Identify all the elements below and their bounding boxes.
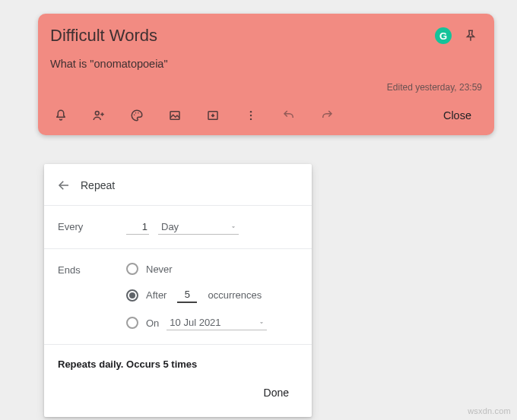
repeat-popup: Repeat Every Day Ends Never After occurr… (44, 164, 312, 417)
popup-title: Repeat (81, 179, 115, 191)
watermark: wsxdn.com (468, 406, 511, 415)
ends-never-option[interactable]: Never (126, 263, 298, 275)
pin-icon (464, 29, 477, 43)
svg-point-0 (95, 112, 99, 115)
ends-on-option[interactable]: On 10 Jul 2021 (126, 315, 298, 330)
note-title[interactable]: Difficult Words (50, 26, 435, 46)
collaborator-button[interactable] (84, 102, 114, 129)
radio-icon (126, 317, 138, 329)
svg-point-8 (250, 118, 252, 120)
every-row: Every Day (44, 206, 312, 249)
ends-on-date-select[interactable]: 10 Jul 2021 (167, 315, 267, 330)
done-button[interactable]: Done (253, 381, 300, 405)
ends-after-option[interactable]: After occurrences (126, 287, 298, 303)
every-value-input[interactable] (126, 219, 149, 235)
pin-button[interactable] (459, 24, 482, 47)
ends-on-date-value: 10 Jul 2021 (170, 317, 220, 328)
ends-after-prefix: After (146, 289, 167, 301)
svg-point-6 (250, 111, 252, 112)
svg-point-1 (134, 115, 135, 116)
color-button[interactable] (122, 102, 152, 129)
ends-after-suffix: occurrences (208, 289, 262, 301)
palette-icon (130, 109, 144, 122)
note-edited-label: Edited yesterday, 23:59 (38, 77, 494, 99)
undo-icon (282, 109, 296, 122)
every-unit-select[interactable]: Day (158, 219, 239, 235)
add-image-button[interactable] (160, 102, 190, 129)
note-header: Difficult Words G (38, 14, 494, 52)
every-label: Every (58, 219, 126, 232)
ends-label: Ends (58, 263, 126, 276)
back-button[interactable] (53, 175, 75, 196)
ends-on-label: On (146, 317, 159, 329)
radio-icon (126, 263, 138, 275)
every-unit-value: Day (161, 221, 179, 232)
radio-icon (126, 289, 138, 302)
svg-point-3 (138, 112, 139, 114)
caret-down-icon (258, 319, 265, 327)
archive-button[interactable] (198, 102, 228, 129)
close-button[interactable]: Close (428, 103, 487, 128)
caret-down-icon (230, 223, 237, 231)
person-add-icon (92, 109, 106, 122)
note-body[interactable]: What is "onomatopoeia" (38, 52, 494, 77)
grammarly-badge[interactable]: G (435, 27, 452, 44)
svg-rect-4 (170, 112, 179, 120)
more-vert-icon (244, 109, 258, 122)
popup-header: Repeat (44, 164, 312, 206)
redo-icon (320, 109, 334, 122)
svg-point-7 (250, 115, 252, 116)
ends-row: Ends Never After occurrences On 10 Jul 2… (44, 249, 312, 345)
occurrences-input[interactable] (177, 287, 197, 303)
ends-never-label: Never (146, 264, 173, 275)
image-icon (168, 109, 182, 122)
note-card: Difficult Words G What is "onomatopoeia"… (38, 14, 494, 135)
undo-button[interactable] (274, 102, 304, 129)
arrow-left-icon (57, 178, 71, 192)
archive-icon (206, 109, 220, 122)
svg-point-2 (135, 112, 137, 114)
repeat-summary: Repeats daily. Occurs 5 times (44, 345, 312, 381)
redo-button[interactable] (312, 102, 342, 129)
popup-actions: Done (44, 381, 312, 417)
more-button[interactable] (236, 102, 266, 129)
remind-me-button[interactable] (46, 102, 76, 129)
bell-icon (54, 109, 68, 122)
note-toolbar: Close (38, 99, 494, 135)
